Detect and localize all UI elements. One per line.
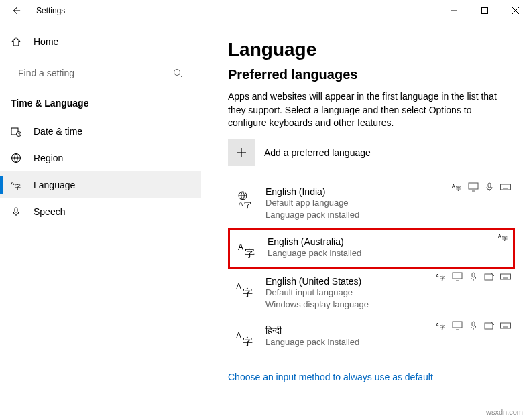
- svg-text:字: 字: [243, 336, 253, 347]
- svg-text:字: 字: [440, 324, 445, 330]
- svg-point-4: [174, 70, 180, 76]
- svg-text:字: 字: [244, 201, 251, 209]
- keyboard-icon: [500, 321, 511, 330]
- minimize-button[interactable]: [438, 0, 469, 21]
- svg-text:A: A: [236, 282, 241, 291]
- arrow-left-icon: [11, 6, 21, 15]
- display-icon: [468, 182, 479, 192]
- text-to-speech-icon: A字: [498, 232, 509, 242]
- sidebar-item-label: Language: [34, 180, 75, 190]
- microphone-icon: [11, 206, 21, 217]
- svg-text:字: 字: [440, 275, 445, 281]
- maximize-button[interactable]: [469, 0, 500, 21]
- language-subtitle: Default input language: [266, 287, 510, 299]
- language-char-icon: A字: [233, 277, 256, 300]
- text-to-speech-icon: A字: [436, 272, 447, 281]
- svg-text:A: A: [436, 322, 439, 327]
- language-item[interactable]: A字 हिन्दी Language pack installed A字: [228, 318, 515, 356]
- home-link[interactable]: Home: [0, 28, 201, 55]
- section-description: Apps and websites will appear in the fir…: [228, 90, 510, 130]
- watermark: wsxdn.com: [486, 408, 523, 416]
- display-icon: [452, 272, 463, 281]
- home-icon: [11, 36, 21, 47]
- add-language-button[interactable]: Add a preferred language: [228, 139, 515, 166]
- keyboard-icon: [500, 182, 511, 192]
- add-language-label: Add a preferred language: [264, 147, 371, 158]
- language-subtitle: Language pack installed: [266, 209, 510, 221]
- input-method-link[interactable]: Choose an input method to always use as …: [228, 372, 433, 382]
- language-item[interactable]: A字 English (United States) Default input…: [228, 269, 515, 318]
- svg-line-5: [180, 75, 182, 78]
- svg-rect-36: [501, 274, 511, 279]
- sidebar-item-language[interactable]: A字 Language: [0, 171, 201, 198]
- svg-rect-1: [482, 8, 488, 14]
- svg-text:A: A: [452, 184, 455, 188]
- svg-text:字: 字: [502, 236, 508, 242]
- language-subtitle: Language pack installed: [268, 247, 508, 259]
- plus-icon: [228, 139, 255, 166]
- svg-text:字: 字: [243, 287, 253, 298]
- section-title: Preferred languages: [228, 67, 515, 82]
- page-title: Language: [228, 39, 515, 60]
- keyboard-icon: [500, 272, 511, 281]
- titlebar: Settings: [0, 0, 531, 21]
- speech-icon: [484, 182, 495, 192]
- handwriting-icon: [484, 321, 495, 330]
- language-list: A字 English (India) Default app language …: [228, 180, 515, 356]
- svg-rect-44: [472, 322, 475, 326]
- language-badges: A字: [436, 272, 511, 281]
- sidebar-item-label: Region: [34, 153, 63, 163]
- window-title: Settings: [27, 6, 65, 15]
- svg-text:字: 字: [456, 186, 461, 192]
- language-globe-icon: A字: [233, 188, 256, 210]
- language-char-icon: A字: [235, 238, 258, 261]
- svg-rect-11: [15, 208, 17, 212]
- svg-rect-21: [488, 183, 491, 188]
- svg-rect-35: [485, 274, 493, 280]
- svg-text:A: A: [436, 273, 439, 278]
- language-badges: A字: [498, 232, 509, 242]
- speech-icon: [468, 272, 479, 281]
- svg-rect-34: [472, 273, 475, 277]
- language-item[interactable]: A字 English (Australia) Language pack ins…: [228, 228, 515, 269]
- sidebar: Home Find a setting Time & Language Date…: [0, 21, 201, 420]
- language-subtitle: Language pack installed: [266, 336, 510, 348]
- language-subtitle: Windows display language: [266, 299, 510, 311]
- svg-text:A: A: [236, 331, 241, 340]
- main-content: Language Preferred languages Apps and we…: [201, 21, 531, 420]
- svg-rect-19: [469, 183, 478, 189]
- speech-icon: [468, 321, 479, 330]
- search-placeholder: Find a setting: [18, 68, 74, 78]
- svg-text:A: A: [498, 234, 501, 238]
- text-to-speech-icon: A字: [436, 321, 447, 330]
- language-badges: A字: [436, 321, 511, 330]
- svg-rect-45: [485, 323, 493, 329]
- svg-text:A: A: [238, 242, 243, 252]
- language-subtitle: Default app language: [266, 197, 510, 209]
- back-button[interactable]: [5, 0, 27, 21]
- sidebar-item-label: Date & time: [34, 126, 82, 137]
- search-input[interactable]: Find a setting: [11, 62, 190, 84]
- svg-rect-22: [501, 184, 511, 190]
- sidebar-item-region[interactable]: Region: [0, 145, 201, 171]
- globe-icon: [11, 153, 21, 163]
- svg-text:字: 字: [245, 247, 255, 259]
- language-name: English (Australia): [268, 236, 508, 247]
- display-icon: [452, 321, 463, 330]
- language-char-icon: A字: [233, 326, 256, 349]
- search-icon: [172, 68, 183, 78]
- sidebar-item-label: Speech: [34, 206, 65, 217]
- sidebar-item-speech[interactable]: Speech: [0, 198, 201, 225]
- language-item[interactable]: A字 English (India) Default app language …: [228, 180, 515, 228]
- home-label: Home: [34, 36, 58, 47]
- svg-text:A: A: [239, 200, 243, 207]
- text-to-speech-icon: A字: [452, 182, 463, 192]
- handwriting-icon: [484, 272, 495, 281]
- close-button[interactable]: [500, 0, 531, 21]
- sidebar-item-date-time[interactable]: Date & time: [0, 118, 201, 145]
- svg-rect-46: [501, 323, 511, 328]
- svg-rect-42: [453, 322, 462, 328]
- language-badges: A字: [452, 182, 511, 192]
- svg-text:字: 字: [15, 184, 21, 190]
- calendar-clock-icon: [11, 126, 21, 137]
